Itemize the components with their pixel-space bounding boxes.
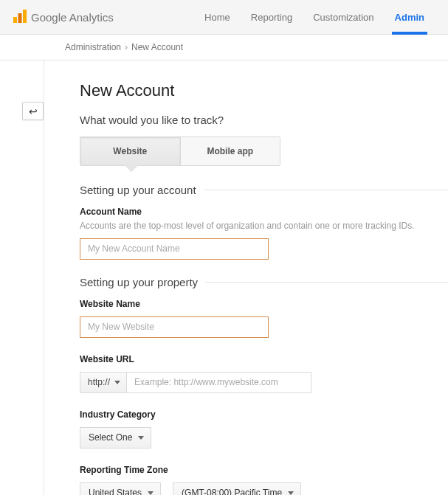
left-rail: ↩ xyxy=(0,60,44,495)
section-property: Setting up your property xyxy=(80,276,448,288)
account-name-help: Accounts are the top-most level of organ… xyxy=(80,220,448,232)
page-title: New Account xyxy=(80,81,448,100)
timezone-label: Reporting Time Zone xyxy=(80,465,448,475)
nav-home[interactable]: Home xyxy=(204,0,230,34)
breadcrumb: Administration › New Account xyxy=(0,35,448,60)
account-name-label: Account Name xyxy=(80,207,448,217)
brand-text: Google Analytics xyxy=(31,11,114,24)
caret-down-icon xyxy=(114,381,120,384)
account-name-input[interactable] xyxy=(80,238,269,260)
back-arrow-icon: ↩ xyxy=(29,105,38,117)
tz-country-dropdown[interactable]: United States xyxy=(80,482,161,495)
nav-reporting[interactable]: Reporting xyxy=(251,0,292,34)
tz-country-value: United States xyxy=(89,488,142,495)
tab-pointer-icon xyxy=(125,165,138,172)
nav-admin[interactable]: Admin xyxy=(395,0,424,34)
protocol-value: http:// xyxy=(88,377,110,387)
nav-customization[interactable]: Customization xyxy=(313,0,373,34)
divider xyxy=(204,190,448,190)
track-type-tabs: Website Mobile app xyxy=(80,136,280,166)
top-bar: Google Analytics Home Reporting Customiz… xyxy=(0,0,448,35)
back-button[interactable]: ↩ xyxy=(22,102,44,120)
ga-logo-icon xyxy=(13,10,27,25)
website-url-input[interactable] xyxy=(127,372,311,393)
track-question: What would you like to track? xyxy=(80,114,448,126)
tz-offset-value: (GMT-08:00) Pacific Time xyxy=(182,488,282,495)
website-name-label: Website Name xyxy=(80,299,448,309)
section-account-title: Setting up your account xyxy=(80,184,204,196)
industry-value: Select One xyxy=(89,432,132,443)
protocol-dropdown[interactable]: http:// xyxy=(80,372,127,393)
caret-down-icon xyxy=(138,436,144,440)
tab-mobile-app[interactable]: Mobile app xyxy=(180,137,280,165)
breadcrumb-root[interactable]: Administration xyxy=(65,42,121,52)
top-nav: Home Reporting Customization Admin xyxy=(204,0,441,34)
svg-rect-1 xyxy=(18,13,22,23)
industry-dropdown[interactable]: Select One xyxy=(80,427,151,449)
tab-website[interactable]: Website xyxy=(80,137,180,165)
svg-rect-2 xyxy=(23,10,27,23)
section-property-title: Setting up your property xyxy=(80,276,205,288)
breadcrumb-current: New Account xyxy=(131,42,183,52)
brand-logo-wrap: Google Analytics xyxy=(13,10,114,25)
caret-down-icon xyxy=(288,491,294,495)
chevron-right-icon: › xyxy=(125,42,128,52)
industry-label: Industry Category xyxy=(80,409,448,420)
website-name-input[interactable] xyxy=(80,316,269,338)
svg-rect-0 xyxy=(13,17,17,23)
divider xyxy=(205,282,448,283)
section-account: Setting up your account xyxy=(80,184,448,196)
caret-down-icon xyxy=(148,491,154,495)
tz-offset-dropdown[interactable]: (GMT-08:00) Pacific Time xyxy=(173,482,301,495)
website-url-label: Website URL xyxy=(80,354,448,364)
main-content: New Account What would you like to track… xyxy=(44,60,448,495)
